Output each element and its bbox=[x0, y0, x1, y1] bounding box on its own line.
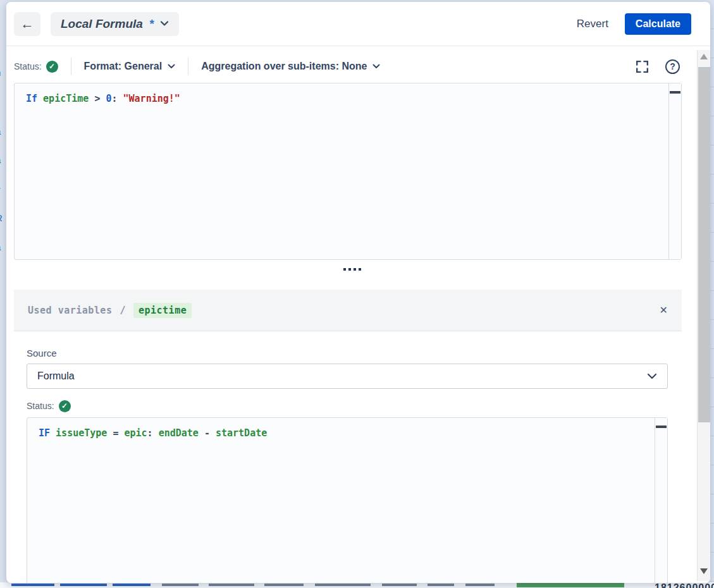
toolbar-right-icons: ? bbox=[634, 59, 680, 75]
code-token-variable: startDate bbox=[216, 427, 267, 439]
resize-dot bbox=[343, 268, 346, 271]
code-token-plain bbox=[210, 427, 216, 439]
code-token-operator: - bbox=[204, 427, 210, 439]
variable-code-line: IF issueType = epic: endDate - startDate bbox=[27, 418, 667, 448]
background-number-fragment: 1812600000 bbox=[655, 582, 714, 588]
breadcrumb-used-variables[interactable]: Used variables bbox=[28, 305, 112, 316]
background-link-fragment bbox=[60, 584, 107, 586]
formula-title: Local Formula bbox=[61, 17, 143, 31]
background-text-fragment bbox=[428, 584, 454, 586]
resize-dot bbox=[354, 268, 356, 271]
status-ok-icon: ✓ bbox=[59, 400, 71, 412]
variable-code-editor[interactable]: IF issueType = epic: endDate - startDate bbox=[27, 417, 668, 583]
aggregation-dropdown-label: Aggregation over sub-items: None bbox=[201, 61, 367, 72]
code-token-plain bbox=[153, 427, 159, 439]
formula-title-dropdown[interactable]: Local Formula * bbox=[51, 12, 179, 36]
variable-status-row: Status: ✓ bbox=[27, 399, 669, 413]
close-icon: ✕ bbox=[660, 305, 668, 315]
code-token-plain bbox=[50, 427, 56, 439]
dialog-header: ← Local Formula * Revert Calculate bbox=[6, 2, 710, 46]
used-variables-body: Source Formula Status: ✓ IF issueType = … bbox=[14, 331, 682, 583]
status-ok-icon: ✓ bbox=[46, 61, 58, 73]
background-text-fragment bbox=[315, 584, 371, 586]
back-arrow-icon: ← bbox=[21, 16, 34, 32]
calculate-button[interactable]: Calculate bbox=[625, 13, 691, 35]
code-token-string: "Warning!" bbox=[123, 93, 180, 104]
code-token-variable: issueType bbox=[56, 427, 107, 439]
unsaved-changes-marker: * bbox=[149, 17, 154, 31]
fullscreen-button[interactable] bbox=[634, 59, 650, 75]
code-token-operator: : bbox=[147, 427, 153, 439]
source-select[interactable]: Formula bbox=[27, 364, 668, 389]
code-token-plain bbox=[118, 93, 123, 104]
revert-button[interactable]: Revert bbox=[577, 18, 608, 30]
toolbar-divider bbox=[188, 58, 188, 75]
aggregation-dropdown[interactable]: Aggregation over sub-items: None bbox=[201, 61, 380, 72]
format-dropdown-label: Format: General bbox=[84, 61, 163, 72]
resize-dot bbox=[348, 268, 351, 271]
editor-toolbar: Status: ✓ Format: General Aggregation ov… bbox=[14, 55, 680, 78]
toolbar-divider bbox=[71, 58, 71, 75]
editor-scrollbar-thumb[interactable] bbox=[656, 426, 667, 428]
background-text-fragment bbox=[382, 584, 417, 586]
scroll-up-arrow-icon[interactable] bbox=[700, 54, 708, 59]
background-text-fragment bbox=[465, 584, 495, 586]
formula-editor-dialog: ← Local Formula * Revert Calculate Statu… bbox=[6, 2, 710, 583]
status-label: Status: bbox=[27, 401, 54, 411]
source-select-value: Formula bbox=[37, 371, 75, 382]
back-button[interactable]: ← bbox=[14, 12, 40, 36]
background-text-fragment bbox=[209, 584, 254, 586]
status-label: Status: bbox=[14, 61, 42, 71]
code-token-keyword: If bbox=[26, 93, 37, 104]
background-link-fragment bbox=[113, 584, 151, 586]
chevron-down-icon bbox=[372, 64, 380, 69]
panel-resize-handle[interactable] bbox=[6, 260, 698, 279]
scroll-down-arrow-icon[interactable] bbox=[700, 568, 708, 574]
background-progress-bar bbox=[517, 582, 624, 587]
code-token-plain bbox=[199, 427, 204, 439]
dialog-scrollbar[interactable] bbox=[697, 50, 710, 581]
background-text-fragment bbox=[264, 584, 304, 586]
code-token-variable: epicTime bbox=[43, 93, 89, 104]
scrollbar-thumb[interactable] bbox=[698, 67, 710, 422]
code-token-variable: epic bbox=[124, 427, 147, 439]
format-dropdown[interactable]: Format: General bbox=[84, 61, 176, 72]
help-icon: ? bbox=[665, 59, 680, 74]
chevron-down-icon bbox=[168, 64, 175, 69]
formula-code-line: If epicTime > 0: "Warning!" bbox=[15, 83, 681, 114]
help-button[interactable]: ? bbox=[665, 59, 680, 74]
editor-scrollbar-thumb[interactable] bbox=[670, 91, 680, 94]
fullscreen-icon bbox=[634, 59, 650, 75]
formula-code-editor[interactable]: If epicTime > 0: "Warning!" bbox=[14, 83, 682, 260]
variable-name-badge: epictime bbox=[133, 303, 192, 318]
code-token-operator: : bbox=[111, 93, 117, 104]
used-variables-header: Used variables / epictime ✕ bbox=[14, 290, 682, 331]
editor-scrollbar[interactable] bbox=[655, 418, 667, 583]
chevron-down-icon bbox=[647, 373, 657, 379]
code-token-plain bbox=[37, 93, 43, 104]
chevron-down-icon bbox=[160, 21, 169, 27]
code-token-keyword: IF bbox=[39, 427, 50, 439]
close-button[interactable]: ✕ bbox=[660, 304, 668, 316]
background-text-fragment bbox=[162, 584, 199, 586]
background-link-fragment bbox=[11, 584, 54, 586]
editor-scrollbar[interactable] bbox=[668, 83, 681, 259]
background-grid-sliver bbox=[710, 0, 714, 588]
breadcrumb-separator: / bbox=[120, 305, 126, 316]
background-bottom-row: 1812600000 bbox=[0, 582, 714, 588]
resize-dot bbox=[359, 268, 361, 271]
source-label: Source bbox=[27, 348, 669, 358]
used-variables-panel: Used variables / epictime ✕ Source Formu… bbox=[14, 290, 682, 583]
code-token-variable: endDate bbox=[159, 427, 199, 439]
